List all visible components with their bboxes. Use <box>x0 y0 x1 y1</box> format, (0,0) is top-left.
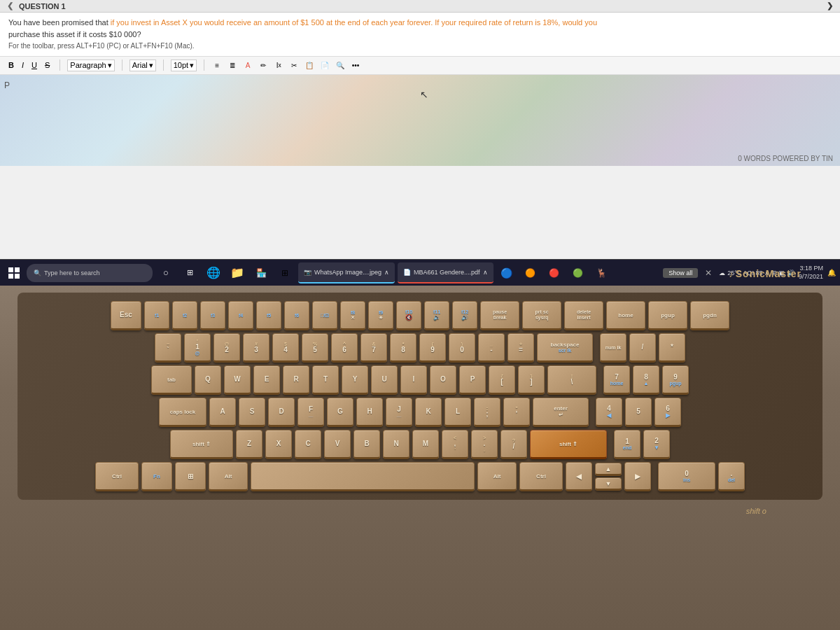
taskbar-close[interactable]: ✕ <box>702 267 715 279</box>
key-alt-right[interactable]: Alt <box>477 462 517 491</box>
key-f6[interactable]: f6 <box>284 301 309 330</box>
key-f3[interactable]: f3 <box>200 301 225 330</box>
key-tab[interactable]: tab <box>151 365 192 395</box>
key-esc[interactable]: Esc <box>111 301 141 330</box>
key-f9[interactable]: f9 ✳ <box>368 301 393 330</box>
key-4[interactable]: $ 4 <box>272 333 299 363</box>
indent-icon[interactable]: ≣ <box>227 59 238 71</box>
key-p[interactable]: P <box>459 365 486 395</box>
key-9[interactable]: ( 9 <box>419 333 446 363</box>
cut-icon[interactable]: ✂ <box>288 59 300 71</box>
key-e[interactable]: E <box>253 365 280 395</box>
key-z[interactable]: Z <box>236 430 262 459</box>
key-f11[interactable]: f11 🔉 <box>424 301 449 330</box>
key-r[interactable]: R <box>283 365 309 395</box>
key-lbracket[interactable]: { [ <box>489 365 515 395</box>
key-c[interactable]: C <box>295 430 321 459</box>
paste-icon[interactable]: 📄 <box>319 59 330 71</box>
key-f4[interactable]: f4 <box>228 301 253 330</box>
taskbar-unknown4[interactable]: 🦌 <box>592 262 612 284</box>
highlight-icon[interactable]: ✏ <box>258 59 269 71</box>
key-x[interactable]: X <box>265 430 292 459</box>
key-k[interactable]: K <box>415 398 442 427</box>
key-arrow-right[interactable]: ▶ <box>624 462 651 491</box>
key-num0[interactable]: 0 ins <box>658 462 715 491</box>
key-b[interactable]: B <box>354 430 380 459</box>
forward-arrow[interactable]: ❯ <box>827 1 833 10</box>
key-backtick[interactable]: ~ ` <box>155 333 181 363</box>
key-0[interactable]: ) 0 <box>449 333 475 363</box>
key-f8[interactable]: f8 ✕ <box>340 301 365 330</box>
taskbar-chrome[interactable]: 🔵 <box>496 262 517 284</box>
key-f10[interactable]: f10 🔇 <box>396 301 421 330</box>
key-s[interactable]: S <box>239 398 265 427</box>
key-num2[interactable]: 2 ▼ <box>643 430 670 459</box>
key-f5[interactable]: f5 <box>256 301 281 330</box>
key-space[interactable] <box>251 462 475 491</box>
key-backspace[interactable]: backspace scr lk <box>537 333 593 363</box>
key-w[interactable]: W <box>224 365 251 395</box>
key-fn[interactable]: Fn <box>141 462 172 491</box>
size-dropdown[interactable]: 10pt ▾ <box>171 59 197 71</box>
key-8[interactable]: * 8 <box>390 333 416 363</box>
key-o[interactable]: O <box>430 365 456 395</box>
key-num1[interactable]: 1 end <box>614 430 640 459</box>
taskbar-folder[interactable]: 📁 <box>227 262 248 284</box>
key-v[interactable]: V <box>324 430 351 459</box>
key-n[interactable]: N <box>383 430 410 459</box>
key-1[interactable]: ! 1 @ <box>184 333 211 363</box>
taskbar-edge[interactable]: 🌐 <box>203 262 224 284</box>
key-alt-left[interactable]: Alt <box>209 462 248 491</box>
key-arrow-left[interactable]: ◀ <box>566 462 592 491</box>
key-nummul[interactable]: * <box>659 333 685 363</box>
taskbar-task-view[interactable]: ⊞ <box>179 262 200 284</box>
key-u[interactable]: U <box>371 365 398 395</box>
key-ctrl-right[interactable]: Ctrl <box>519 462 563 491</box>
key-num6[interactable]: 6 ▶ <box>654 398 681 427</box>
key-rbracket[interactable]: } ] <box>518 365 545 395</box>
taskbar-pdf[interactable]: 📄 MBA661 Gendere....pdf ∧ <box>398 262 493 284</box>
editor-area[interactable]: P ↖ 0 WORDS POWERED BY TIN <box>0 75 840 166</box>
key-6[interactable]: ^ 6 <box>331 333 358 363</box>
taskbar-whatsapp[interactable]: 📷 WhatsApp Image....jpeg ∧ <box>298 262 395 284</box>
key-f1[interactable]: f1 <box>144 301 169 330</box>
key-numdot[interactable]: . del <box>718 462 745 491</box>
notification-area[interactable]: 🔔 <box>827 269 836 276</box>
key-semicolon[interactable]: : ; <box>474 398 500 427</box>
key-f2[interactable]: f2 <box>172 301 197 330</box>
key-arrow-up[interactable]: ▲ <box>595 463 622 476</box>
strikethrough-button[interactable]: S <box>42 59 52 71</box>
back-arrow[interactable]: ❮ <box>7 1 13 10</box>
key-num4[interactable]: 4 ◀ <box>596 398 622 427</box>
key-num8[interactable]: 8 ▲ <box>633 365 659 395</box>
text-style-icon[interactable]: Ix <box>273 59 284 71</box>
key-backslash[interactable]: | \ <box>547 365 596 395</box>
key-comma[interactable]: < , ' <box>442 430 468 459</box>
key-7[interactable]: & 7 <box>360 333 387 363</box>
key-capslock[interactable]: caps lock <box>159 398 206 427</box>
taskbar-app-grid[interactable]: ⊞ <box>274 262 295 284</box>
key-win[interactable]: ⊞ <box>175 462 206 491</box>
key-minus[interactable]: _ - <box>478 333 505 363</box>
key-pgdn[interactable]: pgdn <box>690 301 729 330</box>
key-shift-right[interactable]: shift ⇑ <box>530 430 607 459</box>
key-pause-break[interactable]: pausebreak <box>480 301 519 330</box>
font-dropdown[interactable]: Arial ▾ <box>130 59 156 71</box>
key-equals[interactable]: + = <box>507 333 534 363</box>
key-home[interactable]: home <box>606 301 645 330</box>
key-pgup[interactable]: pgup <box>648 301 687 330</box>
key-d[interactable]: D <box>268 398 295 427</box>
key-prtsc[interactable]: prt scsysrq <box>522 301 561 330</box>
taskbar-unknown1[interactable]: 🟠 <box>520 262 541 284</box>
key-l[interactable]: L <box>444 398 471 427</box>
taskbar-search[interactable]: 🔍 Type here to search <box>27 264 153 282</box>
more-icon[interactable]: ••• <box>350 59 361 71</box>
key-delete[interactable]: deleteinsert <box>564 301 603 330</box>
taskbar-unknown3[interactable]: 🟢 <box>568 262 589 284</box>
show-all-button[interactable]: Show all <box>663 268 698 278</box>
paragraph-dropdown[interactable]: Paragraph ▾ <box>67 59 114 71</box>
search-icon[interactable]: 🔍 <box>335 59 346 71</box>
key-quote[interactable]: " ' <box>503 398 530 427</box>
key-5[interactable]: % 5 <box>302 333 328 363</box>
key-i[interactable]: I <box>400 365 427 395</box>
